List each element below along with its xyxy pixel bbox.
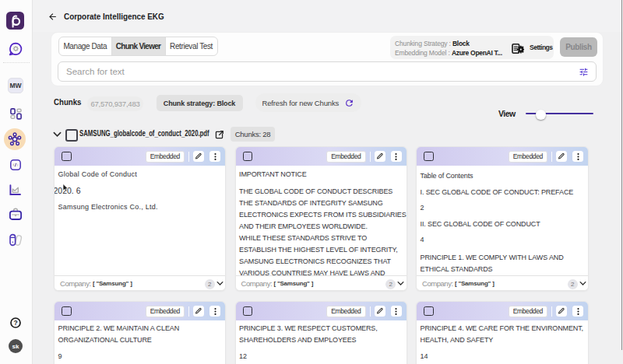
- svg-text:?: ?: [13, 319, 17, 327]
